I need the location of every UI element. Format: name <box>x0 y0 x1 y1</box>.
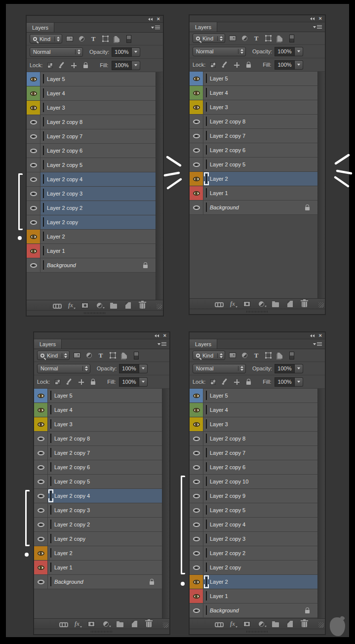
scrollbar-track[interactable] <box>317 72 325 298</box>
layer-thumbnail[interactable] <box>50 419 51 429</box>
eye-icon[interactable] <box>193 91 200 95</box>
delete-layer-icon[interactable] <box>300 620 308 628</box>
layer-thumbnail[interactable] <box>206 548 207 558</box>
pixel-layer-filter-icon[interactable] <box>73 351 81 360</box>
delete-layer-icon[interactable] <box>145 620 153 628</box>
layer-thumbnail[interactable] <box>50 462 51 472</box>
eye-icon[interactable] <box>193 422 200 427</box>
layer-row[interactable]: Background <box>27 258 156 273</box>
layer-thumbnail[interactable] <box>206 534 207 543</box>
visibility-cell[interactable] <box>27 129 40 143</box>
panel-menu-icon[interactable] <box>158 342 166 346</box>
layer-thumbnail[interactable] <box>206 605 207 615</box>
layer-thumbnail[interactable] <box>206 88 207 97</box>
visibility-cell[interactable] <box>190 446 203 460</box>
layer-thumbnail[interactable] <box>206 405 207 414</box>
eye-icon[interactable] <box>30 220 37 225</box>
fill-dropdown-icon[interactable] <box>132 61 140 70</box>
eye-icon[interactable] <box>38 394 44 398</box>
visibility-cell[interactable] <box>190 186 203 200</box>
opacity-dropdown-icon[interactable] <box>295 364 303 373</box>
type-layer-filter-icon[interactable]: T <box>89 35 98 43</box>
visibility-cell[interactable] <box>27 187 40 201</box>
layer-thumbnail[interactable] <box>206 202 207 212</box>
visibility-cell[interactable] <box>190 72 203 85</box>
visibility-cell[interactable] <box>34 403 48 417</box>
layer-thumbnail[interactable] <box>206 434 207 443</box>
eye-icon[interactable] <box>193 177 200 181</box>
layer-row[interactable]: Layer 2 copy 4 <box>190 518 317 532</box>
layer-row[interactable]: Layer 2 <box>190 172 317 186</box>
close-icon[interactable]: × <box>319 16 322 21</box>
layer-thumbnail[interactable] <box>206 577 207 586</box>
layer-thumbnail[interactable] <box>50 434 51 443</box>
visibility-cell[interactable] <box>27 144 40 158</box>
add-layer-mask-icon[interactable] <box>81 301 89 309</box>
layer-style-icon[interactable]: fx <box>229 300 237 308</box>
fill-value-box[interactable]: 100% <box>112 61 140 70</box>
eye-icon[interactable] <box>38 494 44 498</box>
eye-icon[interactable] <box>38 465 44 470</box>
visibility-cell[interactable] <box>34 417 48 431</box>
layer-thumbnail[interactable] <box>206 448 207 457</box>
layer-row[interactable]: Layer 1 <box>190 186 317 201</box>
visibility-cell[interactable] <box>27 86 40 100</box>
scrollbar-track[interactable] <box>156 72 163 300</box>
pixel-layer-filter-icon[interactable] <box>228 351 237 360</box>
layer-row[interactable]: Layer 2 copy 6 <box>190 143 317 158</box>
lock-image-pixels-icon[interactable] <box>58 61 66 69</box>
opacity-value[interactable]: 100% <box>275 364 294 373</box>
eye-icon[interactable] <box>193 451 200 455</box>
new-adjustment-layer-icon[interactable] <box>257 620 265 628</box>
opacity-value-box[interactable]: 100% <box>275 47 303 56</box>
visibility-cell[interactable] <box>190 158 203 171</box>
layer-thumbnail[interactable] <box>43 189 44 198</box>
layer-row[interactable]: Layer 1 <box>190 589 317 604</box>
layer-thumbnail[interactable] <box>50 448 51 457</box>
layer-row[interactable]: Layer 5 <box>190 389 317 403</box>
eye-icon[interactable] <box>193 494 200 498</box>
panel-drag-strip[interactable] <box>34 629 169 634</box>
layer-row[interactable]: Background <box>190 604 317 618</box>
layer-row[interactable]: Layer 2 copy 4 <box>34 489 162 503</box>
eye-icon[interactable] <box>193 480 200 484</box>
visibility-cell[interactable] <box>190 129 203 143</box>
link-layers-icon[interactable] <box>214 300 222 308</box>
opacity-dropdown-icon[interactable] <box>139 364 148 373</box>
visibility-cell[interactable] <box>34 389 48 402</box>
eye-icon[interactable] <box>193 608 200 613</box>
layer-thumbnail[interactable] <box>206 131 207 140</box>
layer-row[interactable]: Layer 5 <box>190 72 317 86</box>
new-layer-icon[interactable] <box>286 300 294 308</box>
add-layer-mask-icon[interactable] <box>243 620 251 628</box>
visibility-cell[interactable] <box>190 489 203 503</box>
pixel-layer-filter-icon[interactable] <box>228 34 237 43</box>
layer-row[interactable]: Layer 2 copy 7 <box>190 129 317 143</box>
layer-thumbnail[interactable] <box>43 74 44 83</box>
layer-thumbnail[interactable] <box>206 462 207 472</box>
visibility-cell[interactable] <box>27 115 40 129</box>
eye-icon[interactable] <box>193 394 200 398</box>
layer-thumbnail[interactable] <box>50 577 51 586</box>
layer-row[interactable]: Layer 2 copy 2 <box>27 201 156 215</box>
lock-position-icon[interactable] <box>77 378 85 386</box>
lock-transparent-pixels-icon[interactable] <box>46 61 54 69</box>
lock-position-icon[interactable] <box>70 61 78 69</box>
layer-thumbnail[interactable] <box>50 505 51 515</box>
fill-value-box[interactable]: 100% <box>275 60 303 70</box>
layer-thumbnail[interactable] <box>43 160 44 169</box>
tab-layers[interactable]: Layers <box>34 339 62 349</box>
visibility-cell[interactable] <box>27 258 40 272</box>
layer-row[interactable]: Layer 2 copy <box>190 561 317 575</box>
layer-thumbnail[interactable] <box>43 246 44 255</box>
layer-row[interactable]: Layer 4 <box>190 86 317 100</box>
visibility-cell[interactable] <box>34 546 48 560</box>
link-layers-icon[interactable] <box>59 620 67 628</box>
visibility-cell[interactable] <box>27 230 40 243</box>
layer-thumbnail[interactable] <box>43 217 44 227</box>
layer-row[interactable]: Layer 2 copy 5 <box>190 158 317 172</box>
eye-icon[interactable] <box>38 408 44 412</box>
fill-dropdown-icon[interactable] <box>139 377 148 387</box>
new-group-icon[interactable] <box>116 620 124 628</box>
scrollbar-track[interactable] <box>162 389 169 618</box>
